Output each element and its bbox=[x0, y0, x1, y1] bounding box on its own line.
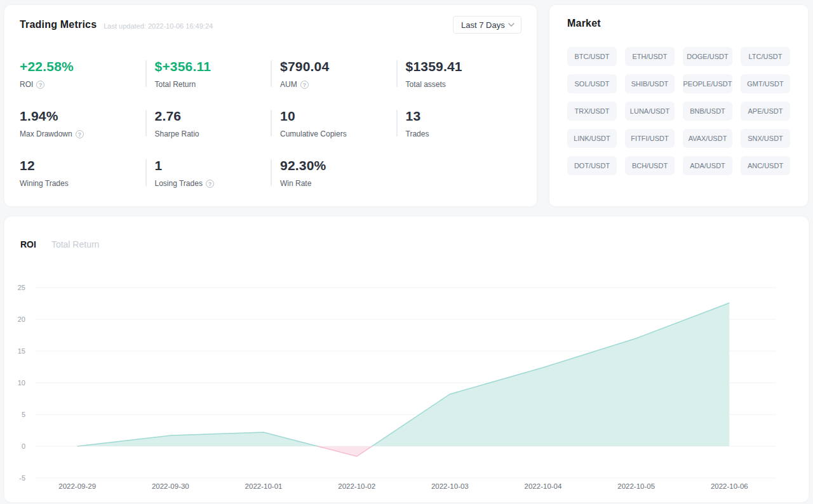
metric-label: Total Return bbox=[155, 80, 196, 89]
metric-sharpe-ratio: 2.76Sharpe Ratio bbox=[145, 109, 271, 138]
market-pair-chip: ETH/USDT bbox=[625, 47, 675, 66]
metric-value: 1 bbox=[155, 158, 271, 173]
market-pair-chip: LUNA/USDT bbox=[625, 102, 675, 121]
market-pair-chip: TRX/USDT bbox=[567, 102, 617, 121]
metric-value: $+356.11 bbox=[155, 59, 271, 74]
metric-label: Trades bbox=[406, 129, 429, 138]
y-axis-tick: 20 bbox=[18, 315, 25, 323]
trading-metrics-card: Trading Metrics Last updated: 2022-10-06… bbox=[4, 5, 537, 206]
market-card: Market BTC/USDTETH/USDTDOGE/USDTLTC/USDT… bbox=[549, 5, 808, 206]
metric-losing-trades: 1Losing Trades? bbox=[145, 158, 271, 188]
metric-label-row: Max Drawdown? bbox=[20, 129, 145, 138]
date-range-dropdown[interactable]: Last 7 Days bbox=[453, 16, 521, 34]
roi-chart-card: ROITotal Return 2520151050-52022-09-2920… bbox=[4, 216, 809, 502]
roi-area-chart: 2520151050-52022-09-292022-09-302022-10-… bbox=[4, 216, 809, 502]
metric-label: Sharpe Ratio bbox=[155, 129, 199, 138]
metric-label-row: Sharpe Ratio bbox=[155, 129, 271, 138]
help-icon[interactable]: ? bbox=[36, 81, 44, 89]
metric-value: 1.94% bbox=[20, 109, 145, 124]
metric-value: 13 bbox=[406, 109, 522, 124]
market-pair-chip: GMT/USDT bbox=[741, 74, 790, 93]
market-pair-chip: AVAX/USDT bbox=[683, 129, 732, 148]
y-axis-tick: 10 bbox=[18, 379, 25, 387]
metric-label-row: Total assets bbox=[406, 80, 522, 89]
metric-trades: 13Trades bbox=[396, 109, 522, 138]
market-pairs-grid: BTC/USDTETH/USDTDOGE/USDTLTC/USDTSOL/USD… bbox=[567, 47, 790, 175]
market-pair-chip: LINK/USDT bbox=[567, 129, 617, 148]
metric-label-row: Wining Trades bbox=[20, 179, 145, 188]
market-pair-chip: DOT/USDT bbox=[567, 156, 617, 175]
help-icon[interactable]: ? bbox=[76, 130, 84, 138]
market-pair-chip: LTC/USDT bbox=[741, 47, 790, 66]
help-icon[interactable]: ? bbox=[300, 81, 309, 89]
metric-label: Wining Trades bbox=[20, 179, 69, 188]
y-axis-tick: 25 bbox=[18, 284, 25, 291]
market-pair-chip: BCH/USDT bbox=[625, 156, 675, 175]
market-pair-chip: FITFI/USDT bbox=[625, 129, 675, 148]
metric-label: ROI bbox=[20, 80, 33, 89]
metric-label: Max Drawdown bbox=[20, 129, 72, 138]
metric-wining-trades: 12Wining Trades bbox=[20, 158, 145, 188]
metrics-grid: +22.58%ROI?$+356.11Total Return$790.04AU… bbox=[20, 59, 521, 188]
date-range-value: Last 7 Days bbox=[461, 20, 505, 30]
x-axis-tick: 2022-10-03 bbox=[431, 482, 469, 490]
market-pair-chip: DOGE/USDT bbox=[683, 47, 732, 66]
metric-value: 10 bbox=[280, 109, 396, 124]
market-pair-chip: ANC/USDT bbox=[741, 156, 790, 175]
metric-value: $1359.41 bbox=[406, 59, 522, 74]
metric-label: Losing Trades bbox=[155, 179, 203, 188]
metric-value: 12 bbox=[20, 158, 145, 173]
x-axis-tick: 2022-10-04 bbox=[525, 482, 562, 490]
market-pair-chip: SOL/USDT bbox=[567, 74, 617, 93]
metric-value: 2.76 bbox=[155, 109, 271, 124]
help-icon[interactable]: ? bbox=[206, 180, 214, 188]
y-axis-tick: -5 bbox=[19, 474, 25, 482]
metric-label: Cumulative Copiers bbox=[280, 129, 347, 138]
trading-metrics-header: Trading Metrics Last updated: 2022-10-06… bbox=[20, 16, 521, 34]
metric-label: Win Rate bbox=[280, 179, 311, 188]
market-pair-chip: BTC/USDT bbox=[567, 47, 617, 66]
x-axis-tick: 2022-09-30 bbox=[152, 482, 189, 490]
market-pair-chip: BNB/USDT bbox=[683, 102, 732, 121]
market-pair-chip: PEOPLE/USDT bbox=[683, 74, 732, 93]
metric-aum: $790.04AUM? bbox=[271, 59, 396, 89]
metric-label-row: Total Return bbox=[155, 80, 271, 89]
metric-label-row: AUM? bbox=[280, 80, 396, 89]
market-pair-chip: APE/USDT bbox=[741, 102, 790, 121]
metric-win-rate: 92.30%Win Rate bbox=[271, 158, 396, 188]
last-updated-text: Last updated: 2022-10-06 16:49:24 bbox=[104, 20, 213, 30]
trading-metrics-title: Trading Metrics bbox=[20, 19, 97, 30]
market-title: Market bbox=[567, 18, 601, 29]
metric-label-row: Losing Trades? bbox=[155, 179, 271, 188]
x-axis-tick: 2022-10-06 bbox=[711, 482, 748, 490]
metric-roi: +22.58%ROI? bbox=[20, 59, 145, 89]
x-axis-tick: 2022-09-29 bbox=[58, 482, 96, 490]
x-axis-tick: 2022-10-02 bbox=[338, 482, 375, 490]
chevron-down-icon bbox=[508, 22, 514, 27]
metric-label-row: Trades bbox=[406, 129, 522, 138]
y-axis-tick: 5 bbox=[22, 411, 25, 418]
metric-label-row: Win Rate bbox=[280, 179, 396, 188]
metric-value: $790.04 bbox=[280, 59, 396, 74]
metric-total-return: $+356.11Total Return bbox=[145, 59, 271, 89]
x-axis-tick: 2022-10-01 bbox=[245, 482, 283, 490]
metric-label-row: Cumulative Copiers bbox=[280, 129, 396, 138]
metric-value: +22.58% bbox=[20, 59, 145, 74]
y-axis-tick: 15 bbox=[18, 347, 25, 355]
market-pair-chip: SNX/USDT bbox=[741, 129, 790, 148]
roi-area-positive bbox=[77, 303, 730, 456]
market-pair-chip: ADA/USDT bbox=[683, 156, 732, 175]
market-pair-chip: SHIB/USDT bbox=[625, 74, 675, 93]
metric-value: 92.30% bbox=[280, 158, 396, 173]
y-axis-tick: 0 bbox=[22, 442, 25, 450]
metric-label: AUM bbox=[280, 80, 297, 89]
metric-max-drawdown: 1.94%Max Drawdown? bbox=[20, 109, 145, 138]
metric-total-assets: $1359.41Total assets bbox=[396, 59, 522, 89]
metric-cumulative-copiers: 10Cumulative Copiers bbox=[271, 109, 396, 138]
metric-label-row: ROI? bbox=[20, 80, 145, 89]
metric-label: Total assets bbox=[406, 80, 446, 89]
x-axis-tick: 2022-10-05 bbox=[617, 482, 655, 490]
